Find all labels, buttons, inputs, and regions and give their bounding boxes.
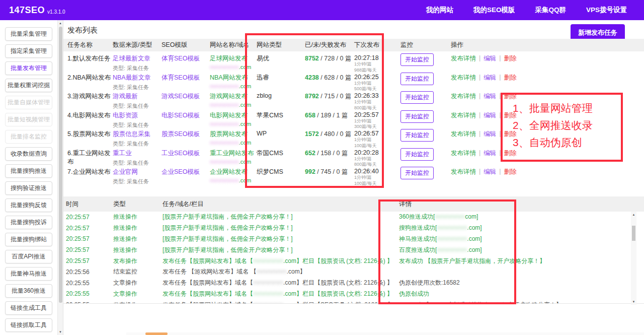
topnav-item-2[interactable]: 采集QQ群	[535, 6, 566, 15]
redacted-domain: mmmmmm	[437, 246, 467, 253]
next-publish-cell: 20:20:281分钟/篇800篇/每天	[354, 149, 400, 168]
redacted-domain: mmmmmm	[253, 257, 283, 264]
edit-link[interactable]: 编辑	[484, 74, 496, 82]
template-link[interactable]: 体育SEO模板	[162, 55, 200, 62]
topnav-item-3[interactable]: VPS拨号设置	[586, 6, 627, 15]
template-link[interactable]: 企业SEO模板	[162, 168, 200, 175]
edit-link[interactable]: 编辑	[484, 54, 496, 63]
log-row: 20:25:56结束监控发布任务 【游戏网站发布】域名 【mmmmmm.com】	[63, 266, 644, 278]
template-link[interactable]: 工业SEO模板	[162, 150, 200, 157]
scroll-up-icon[interactable]: ▲	[631, 213, 636, 216]
publish-rate: 1分钟/篇	[354, 118, 400, 124]
delete-link[interactable]: 删除	[504, 92, 517, 101]
log-time: 20:25:57	[66, 225, 113, 232]
scroll-down-icon[interactable]: ▼	[58, 330, 63, 333]
sidebar-item[interactable]: 批量360推送	[5, 284, 52, 298]
template-cell: 工业SEO模板	[162, 149, 210, 158]
task-name: 1.默认发布任务	[67, 54, 113, 63]
delete-link[interactable]: 删除	[504, 130, 517, 139]
source-type: 类型: 采集任务	[113, 102, 162, 110]
delete-link[interactable]: 删除	[504, 149, 517, 158]
horizontal-scrollbar[interactable]	[126, 332, 644, 335]
sidebar-item[interactable]: 收录数据查询	[5, 147, 52, 161]
table-row: 5.股票网站发布股票信息采集类型: 采集任务股票SEO模板股票网站发布mmmmm…	[63, 127, 644, 146]
publish-detail-link[interactable]: 发布详情	[451, 149, 476, 158]
edit-link[interactable]: 编辑	[484, 92, 496, 101]
source-link[interactable]: 电影资源	[113, 112, 138, 119]
source-link[interactable]: 企业官网	[113, 168, 138, 175]
edit-link[interactable]: 编辑	[484, 168, 496, 176]
log-scroll-thumb[interactable]	[632, 226, 635, 241]
publish-detail-link[interactable]: 发布详情	[451, 74, 476, 82]
publish-rate: 1分钟/篇	[354, 156, 400, 162]
start-monitor-button[interactable]: 开始监控	[400, 167, 434, 179]
source-link[interactable]: 足球最新文章	[113, 55, 150, 62]
daily-limit: 100篇/每天	[354, 143, 400, 149]
start-monitor-button[interactable]: 开始监控	[400, 53, 434, 66]
task-text: .com】栏目【SEO工具 (文档: 2126条) 】	[283, 301, 393, 304]
publish-detail-link[interactable]: 发布详情	[451, 130, 476, 139]
sidebar-item[interactable]: 指定采集管理	[5, 44, 52, 58]
start-monitor-button[interactable]: 开始监控	[400, 110, 434, 123]
sidebar-item[interactable]: 批量神马推送	[5, 267, 52, 281]
source-cell: 重工业类型: 采集任务	[113, 149, 162, 167]
pending-failed-count: / 745 / 0 篇	[315, 168, 348, 175]
monitor-cell: 开始监控	[400, 54, 451, 66]
log-table-scrollbar[interactable]: ▲ ▼	[631, 212, 636, 305]
topnav-item-1[interactable]: 我的SEO模版	[473, 6, 515, 15]
source-link[interactable]: 股票信息采集	[113, 130, 150, 138]
source-type: 类型: 采集任务	[113, 121, 162, 129]
template-link[interactable]: 体育SEO模板	[162, 74, 200, 81]
source-link[interactable]: NBA最新文章	[113, 74, 151, 81]
sidebar-item[interactable]: 链接抓取工具	[5, 318, 52, 332]
delete-link[interactable]: 删除	[504, 54, 517, 63]
sidebar-item[interactable]: 批量发布管理	[5, 61, 52, 75]
start-monitor-button[interactable]: 开始监控	[400, 73, 434, 85]
edit-link[interactable]: 编辑	[484, 111, 496, 120]
start-monitor-button[interactable]: 开始监控	[400, 91, 434, 104]
topnav-item-0[interactable]: 我的网站	[426, 6, 453, 15]
sidebar-item[interactable]: 批量搜狗投诉	[5, 216, 52, 229]
publish-detail-link[interactable]: 发布详情	[451, 111, 476, 120]
sidebar-scrollbar[interactable]: ▲ ▼	[57, 20, 63, 335]
site-domain: mmmmmm.com	[210, 177, 257, 183]
template-link[interactable]: 电影SEO模板	[162, 112, 200, 119]
next-publish-cell: 20:26:331分钟/篇800篇/每天	[354, 92, 400, 111]
delete-link[interactable]: 删除	[504, 74, 517, 82]
edit-link[interactable]: 编辑	[484, 149, 496, 158]
sidebar-item[interactable]: 批量搜狗反馈	[5, 198, 52, 212]
scroll-down-icon[interactable]: ▼	[631, 300, 636, 303]
start-monitor-button[interactable]: 开始监控	[400, 129, 434, 142]
template-link[interactable]: 股票SEO模板	[162, 130, 200, 138]
edit-link[interactable]: 编辑	[484, 130, 496, 139]
start-monitor-button[interactable]: 开始监控	[400, 148, 434, 161]
sidebar-item[interactable]: 批量搜狗推送	[5, 164, 52, 178]
sidebar-item[interactable]: 批量采集管理	[5, 27, 52, 41]
publish-detail-link[interactable]: 发布详情	[451, 54, 476, 63]
sidebar-item[interactable]: 链接生成工具	[5, 301, 52, 315]
sidebar-item[interactable]: 批量搜狗绑站	[5, 233, 52, 246]
site-name: NBA网站发布	[210, 74, 257, 82]
separator: |	[499, 74, 501, 82]
sidebar-scroll-thumb[interactable]	[59, 27, 62, 303]
template-link[interactable]: 游戏SEO模板	[162, 93, 200, 100]
log-task: [股票开户新手避坑指南，低佣金开户攻略分享！]	[163, 224, 396, 232]
separator: |	[479, 111, 480, 120]
delete-link[interactable]: 删除	[504, 111, 517, 120]
actions-cell: 发布详情|编辑|删除	[451, 74, 644, 82]
source-link[interactable]: 游戏最新	[113, 93, 138, 100]
sidebar-item[interactable]: 百度API推送	[5, 250, 52, 263]
site-name: 足球网站发布	[210, 54, 257, 63]
publish-detail-link[interactable]: 发布详情	[451, 92, 476, 101]
table-row: 1.默认发布任务足球最新文章类型: 采集任务体育SEO模板足球网站发布mmmmm…	[63, 51, 644, 71]
separator: |	[479, 92, 480, 101]
publish-detail-link[interactable]: 发布详情	[451, 168, 476, 176]
site-cell: 电影网站发布mmmmmm.com	[210, 111, 257, 127]
scroll-up-icon[interactable]: ▲	[58, 22, 63, 25]
horizontal-scroll-thumb[interactable]	[145, 332, 168, 335]
sidebar-item[interactable]: 搜狗验证推送	[5, 181, 52, 195]
delete-link[interactable]: 删除	[504, 168, 517, 176]
source-link[interactable]: 重工业	[113, 150, 132, 157]
sidebar-item[interactable]: 批量权重词挖掘	[5, 79, 52, 92]
separator: |	[499, 54, 501, 63]
